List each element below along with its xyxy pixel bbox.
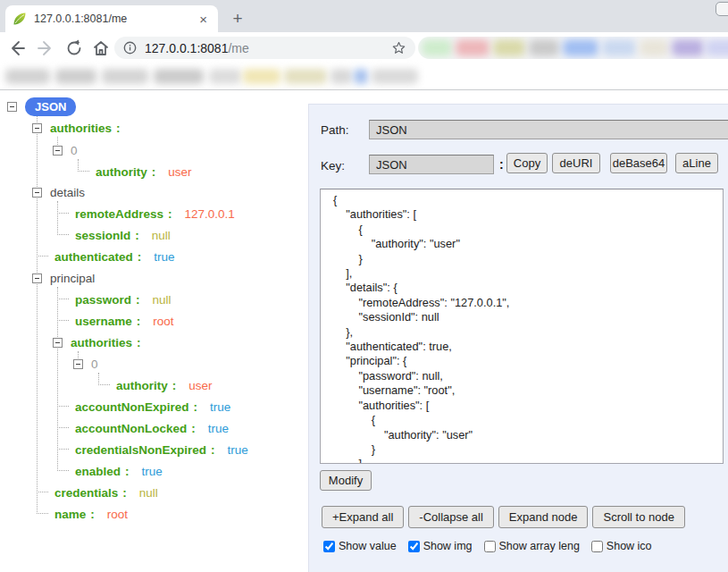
show-ico-option[interactable]: Show ico: [591, 540, 652, 552]
collapse-expander-icon[interactable]: [73, 359, 83, 369]
collapse-expander-icon[interactable]: [7, 102, 17, 112]
tree-connector-icon: [98, 374, 110, 385]
node-value: true: [154, 250, 174, 264]
tab-close-icon[interactable]: ×: [196, 12, 211, 27]
bookmark-blob: [284, 69, 327, 84]
checkbox-label: Show value: [339, 540, 397, 552]
url-text[interactable]: 127.0.0.1:8081/me: [145, 41, 391, 55]
tree-node-enabled[interactable]: enabled : true: [57, 460, 163, 482]
node-key: principal: [50, 272, 95, 285]
tree-node-authority[interactable]: authority : user: [78, 161, 192, 182]
show-value-option[interactable]: Show value: [323, 540, 397, 552]
aline-button[interactable]: aLine: [675, 153, 718, 173]
node-key: authorities: [50, 122, 112, 135]
tree-connector-icon: [57, 202, 69, 214]
expand-all-button[interactable]: +Expand all: [322, 506, 404, 528]
tree-connector-icon: [57, 395, 69, 407]
show-ico-checkbox[interactable]: [591, 541, 603, 552]
node-colon: :: [116, 122, 121, 135]
collapse-expander-icon[interactable]: [32, 123, 42, 133]
extension-blob: [706, 39, 728, 56]
tree-node-remoteAddress[interactable]: remoteAddress : 127.0.0.1: [57, 203, 235, 224]
node-colon: :: [122, 486, 127, 500]
bookmark-blob: [5, 69, 50, 84]
extension-blob: [602, 39, 636, 56]
tree-node-principal[interactable]: principal: [32, 267, 95, 289]
key-input[interactable]: [369, 155, 494, 174]
node-colon: :: [135, 229, 139, 242]
tree-node-details[interactable]: details: [32, 181, 85, 203]
tree-actions-row: +Expand all -Collapse all Expand node Sc…: [322, 506, 685, 528]
tree-node-authorities[interactable]: authorities :: [32, 117, 121, 139]
modify-button[interactable]: Modify: [320, 470, 372, 491]
show-img-option[interactable]: Show img: [408, 540, 473, 552]
tree-connector-icon: [37, 245, 48, 257]
window-control-fragment: [715, 2, 728, 16]
node-key: authorities: [71, 336, 132, 349]
bookmark-blob: [209, 69, 241, 84]
copy-button[interactable]: Copy: [506, 153, 548, 173]
node-key: password: [75, 293, 131, 307]
new-tab-icon[interactable]: +: [225, 6, 250, 31]
show-img-checkbox[interactable]: [408, 541, 420, 552]
tree-node-authenticated[interactable]: authenticated : true: [37, 246, 175, 267]
collapse-expander-icon[interactable]: [32, 273, 42, 283]
show-array-leng-checkbox[interactable]: [484, 541, 496, 552]
browser-tab[interactable]: 127.0.0.1:8081/me ×: [5, 5, 218, 32]
show-value-checkbox[interactable]: [323, 541, 335, 552]
collapse-expander-icon[interactable]: [53, 146, 63, 156]
tree-node-authority-2[interactable]: authority : user: [98, 374, 213, 396]
tree-connector-icon: [57, 438, 69, 450]
tree-node-accountNonLocked[interactable]: accountNonLocked : true: [57, 417, 229, 439]
checkbox-label: Show array leng: [499, 540, 580, 552]
bookmark-blob: [102, 69, 148, 84]
display-options-row: Show value Show img Show array leng Show…: [323, 540, 652, 552]
tree-node-credentials[interactable]: credentials : null: [37, 482, 158, 503]
reload-icon[interactable]: [64, 38, 84, 58]
tree-node-accountNonExpired[interactable]: accountNonExpired : true: [57, 396, 230, 417]
home-icon[interactable]: [91, 38, 111, 58]
node-value: null: [139, 486, 158, 500]
node-colon: :: [168, 207, 172, 221]
tree-connector-icon: [57, 288, 69, 299]
tree-node-root[interactable]: JSON: [7, 96, 76, 117]
json-editor[interactable]: { "authorities": [ { "authority": "user"…: [320, 189, 724, 464]
node-value: root: [153, 315, 173, 328]
collapse-expander-icon[interactable]: [32, 188, 42, 198]
bookmark-blob: [354, 69, 368, 84]
tree-node-username[interactable]: username : root: [57, 310, 174, 332]
tree-node-credentialsNonExpired[interactable]: credentialsNonExpired : true: [57, 439, 248, 460]
page-content: JSON authorities : 0 authority : user de…: [0, 90, 728, 572]
node-key: details: [50, 186, 85, 199]
page-info-icon[interactable]: [123, 41, 137, 55]
tree-node-authorities-2[interactable]: authorities :: [53, 332, 141, 353]
path-input[interactable]: [369, 120, 728, 139]
debase64-button[interactable]: deBase64: [610, 153, 667, 173]
tree-connector-icon: [57, 416, 69, 428]
bookmark-blob: [243, 69, 280, 84]
node-colon: :: [137, 315, 141, 328]
back-icon[interactable]: [7, 38, 27, 58]
bookmark-blob: [372, 69, 418, 84]
scroll-to-node-button[interactable]: Scroll to node: [592, 506, 685, 528]
node-colon: :: [211, 443, 215, 457]
tree-node-name[interactable]: name : root: [37, 503, 128, 525]
expand-node-button[interactable]: Expand node: [498, 506, 589, 528]
node-key: credentials: [54, 486, 118, 500]
node-value: user: [168, 165, 191, 179]
tree-node-password[interactable]: password : null: [57, 289, 172, 310]
deuri-button[interactable]: deURI: [552, 153, 600, 173]
node-colon: :: [138, 250, 142, 264]
node-key: 0: [91, 358, 98, 371]
collapse-expander-icon[interactable]: [53, 338, 63, 348]
address-bar[interactable]: 127.0.0.1:8081/me: [114, 37, 415, 59]
collapse-all-button[interactable]: -Collapse all: [408, 506, 494, 528]
node-key: remoteAddress: [75, 207, 163, 221]
tree-node-sessionId[interactable]: sessionId : null: [57, 224, 171, 246]
show-array-leng-option[interactable]: Show array leng: [484, 540, 580, 552]
bookmark-star-icon[interactable]: [391, 40, 406, 55]
node-key: 0: [71, 144, 78, 157]
tree-node-index-0-2[interactable]: 0: [73, 353, 98, 374]
node-value: true: [228, 443, 248, 457]
tree-node-index-0[interactable]: 0: [53, 139, 78, 161]
